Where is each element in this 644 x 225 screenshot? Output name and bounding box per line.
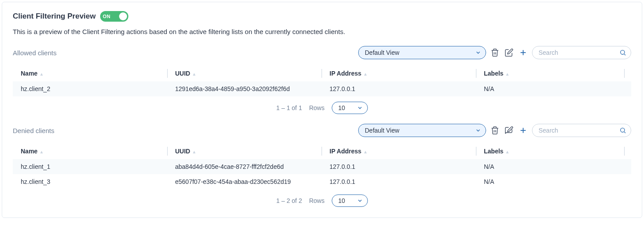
- col-uuid[interactable]: UUID▲: [167, 65, 322, 81]
- client-filtering-panel: Client Filtering Preview ON This is a pr…: [2, 2, 642, 218]
- table-row: hz.client_3 e5607f07-e38c-454a-abaa-d230…: [13, 174, 631, 189]
- col-spacer: [624, 65, 631, 81]
- rows-label: Rows: [309, 197, 325, 204]
- cell-labels: N/A: [476, 174, 624, 189]
- rows-value: 10: [338, 197, 345, 204]
- sort-icon: ▲: [39, 149, 44, 154]
- allowed-search[interactable]: [532, 46, 631, 59]
- chevron-down-icon: [475, 127, 481, 133]
- cell-name: hz.client_3: [13, 174, 167, 189]
- col-labels[interactable]: Labels▲: [476, 65, 624, 81]
- denied-section-bar: Denied clients Default View: [13, 124, 631, 137]
- panel-header: Client Filtering Preview ON: [13, 11, 631, 22]
- svg-line-7: [624, 132, 625, 133]
- denied-title: Denied clients: [13, 127, 54, 134]
- sort-icon: ▲: [505, 149, 509, 154]
- allowed-table: Name▲ UUID▲ IP Address▲ Labels▲ hz.clien…: [13, 65, 631, 96]
- col-ip[interactable]: IP Address▲: [322, 65, 476, 81]
- cell-uuid: 1291ed6a-38a4-4859-a950-3a2092f62f6d: [167, 81, 322, 96]
- sort-icon: ▲: [192, 72, 196, 76]
- svg-point-2: [621, 50, 625, 54]
- cell-uuid: e5607f07-e38c-454a-abaa-d230ec562d19: [167, 174, 322, 189]
- col-labels[interactable]: Labels▲: [476, 143, 624, 159]
- view-select-label: Default View: [365, 49, 399, 56]
- table-header-row: Name▲ UUID▲ IP Address▲ Labels▲: [13, 143, 631, 159]
- search-icon: [619, 49, 626, 56]
- col-name[interactable]: Name▲: [13, 65, 167, 81]
- chevron-down-icon: [357, 198, 363, 204]
- sort-icon: ▲: [505, 72, 509, 76]
- denied-pager: 1 – 2 of 2 Rows 10: [13, 189, 631, 209]
- edit-icon[interactable]: [504, 47, 514, 58]
- table-row: hz.client_1 aba84d4d-605e-4cae-8727-fff2…: [13, 159, 631, 174]
- trash-icon[interactable]: [490, 47, 500, 58]
- cell-ip: 127.0.0.1: [322, 81, 476, 96]
- chevron-down-icon: [357, 105, 363, 111]
- svg-line-3: [624, 54, 625, 55]
- cell-uuid: aba84d4d-605e-4cae-8727-fff2fcf2de6d: [167, 159, 322, 174]
- sort-icon: ▲: [363, 72, 367, 76]
- denied-view-select[interactable]: Default View: [358, 124, 486, 137]
- allowed-title: Allowed clients: [13, 49, 56, 57]
- allowed-section-bar: Allowed clients Default View: [13, 46, 631, 59]
- col-ip[interactable]: IP Address▲: [322, 143, 476, 159]
- denied-table: Name▲ UUID▲ IP Address▲ Labels▲ hz.clien…: [13, 143, 631, 189]
- edit-icon[interactable]: [504, 125, 514, 136]
- plus-icon[interactable]: [518, 47, 528, 58]
- pager-range: 1 – 1 of 1: [276, 104, 302, 111]
- search-icon: [619, 127, 626, 134]
- sort-icon: ▲: [39, 72, 44, 76]
- sort-icon: ▲: [363, 149, 367, 154]
- rows-label: Rows: [309, 104, 325, 111]
- allowed-view-select[interactable]: Default View: [358, 46, 486, 59]
- denied-search[interactable]: [532, 124, 631, 137]
- denied-search-input[interactable]: [539, 127, 619, 134]
- pager-range: 1 – 2 of 2: [276, 197, 302, 204]
- table-row: hz.client_2 1291ed6a-38a4-4859-a950-3a20…: [13, 81, 631, 96]
- col-uuid[interactable]: UUID▲: [167, 143, 322, 159]
- panel-title: Client Filtering Preview: [13, 12, 96, 21]
- trash-icon[interactable]: [490, 125, 500, 136]
- plus-icon[interactable]: [518, 125, 528, 136]
- toggle-label: ON: [103, 14, 111, 19]
- denied-controls: Default View: [358, 124, 631, 137]
- sort-icon: ▲: [192, 149, 196, 154]
- toggle-knob: [119, 12, 127, 20]
- cell-labels: N/A: [476, 81, 624, 96]
- cell-ip: 127.0.0.1: [322, 174, 476, 189]
- cell-ip: 127.0.0.1: [322, 159, 476, 174]
- view-select-label: Default View: [365, 127, 399, 134]
- table-header-row: Name▲ UUID▲ IP Address▲ Labels▲: [13, 65, 631, 81]
- cell-labels: N/A: [476, 159, 624, 174]
- allowed-rows-select[interactable]: 10: [332, 102, 368, 114]
- cell-name: hz.client_1: [13, 159, 167, 174]
- allowed-controls: Default View: [358, 46, 631, 59]
- cell-name: hz.client_2: [13, 81, 167, 96]
- col-name[interactable]: Name▲: [13, 143, 167, 159]
- rows-value: 10: [338, 104, 345, 111]
- allowed-search-input[interactable]: [539, 49, 619, 56]
- preview-toggle[interactable]: ON: [100, 11, 128, 22]
- denied-rows-select[interactable]: 10: [332, 194, 368, 207]
- panel-description: This is a preview of the Client Filterin…: [13, 28, 631, 35]
- chevron-down-icon: [475, 50, 481, 56]
- col-spacer: [624, 143, 631, 159]
- svg-point-6: [621, 128, 625, 132]
- allowed-pager: 1 – 1 of 1 Rows 10: [13, 96, 631, 116]
